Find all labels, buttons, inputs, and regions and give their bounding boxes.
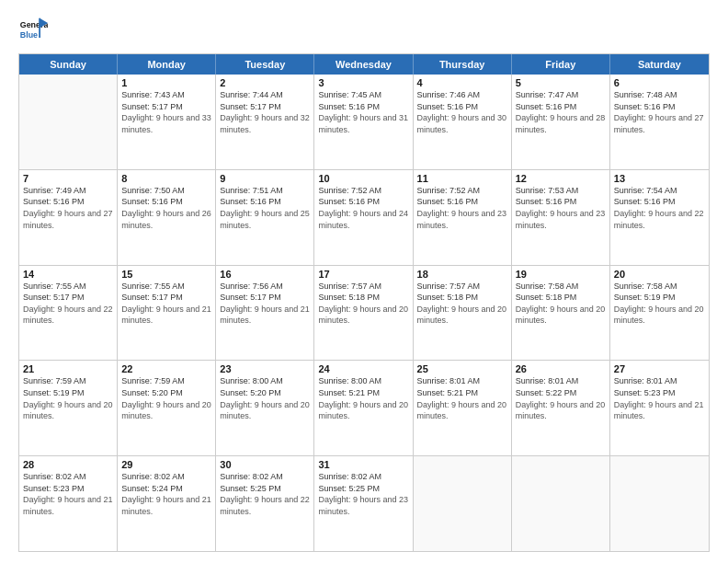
day-info: Sunrise: 7:52 AMSunset: 5:16 PMDaylight:… (417, 185, 507, 231)
calendar-cell (512, 456, 610, 551)
day-number: 3 (318, 77, 408, 88)
daylight-label: Daylight: 9 hours and 20 minutes. (318, 400, 408, 421)
header-wednesday: Wednesday (314, 54, 413, 75)
day-info: Sunrise: 7:51 AMSunset: 5:16 PMDaylight:… (220, 185, 310, 231)
calendar-row-1: 1 Sunrise: 7:43 AMSunset: 5:17 PMDayligh… (19, 75, 709, 169)
calendar-cell: 28 Sunrise: 8:02 AMSunset: 5:23 PMDaylig… (19, 456, 118, 551)
day-info: Sunrise: 7:47 AMSunset: 5:16 PMDaylight:… (516, 89, 606, 135)
calendar-cell: 20 Sunrise: 7:58 AMSunset: 5:19 PMDaylig… (610, 266, 709, 361)
day-number: 12 (516, 173, 606, 184)
daylight-label: Daylight: 9 hours and 20 minutes. (23, 400, 113, 421)
day-info: Sunrise: 8:01 AMSunset: 5:23 PMDaylight:… (614, 375, 705, 421)
day-number: 21 (23, 363, 113, 374)
daylight-label: Daylight: 9 hours and 23 minutes. (318, 495, 408, 516)
calendar: Sunday Monday Tuesday Wednesday Thursday… (18, 53, 710, 552)
daylight-label: Daylight: 9 hours and 22 minutes. (614, 209, 704, 230)
header: General Blue (18, 17, 710, 46)
daylight-label: Daylight: 9 hours and 28 minutes. (516, 113, 606, 134)
calendar-cell: 4 Sunrise: 7:46 AMSunset: 5:16 PMDayligh… (414, 75, 512, 169)
daylight-label: Daylight: 9 hours and 20 minutes. (318, 304, 408, 326)
day-info: Sunrise: 7:44 AMSunset: 5:17 PMDaylight:… (220, 89, 310, 135)
day-number: 23 (220, 363, 310, 374)
calendar-cell (610, 456, 709, 551)
daylight-label: Daylight: 9 hours and 25 minutes. (220, 209, 310, 230)
day-info: Sunrise: 7:56 AMSunset: 5:17 PMDaylight:… (220, 281, 310, 327)
daylight-label: Daylight: 9 hours and 33 minutes. (121, 113, 211, 134)
calendar-cell: 25 Sunrise: 8:01 AMSunset: 5:21 PMDaylig… (414, 361, 512, 455)
daylight-label: Daylight: 9 hours and 21 minutes. (614, 400, 704, 421)
day-number: 13 (614, 173, 705, 184)
daylight-label: Daylight: 9 hours and 22 minutes. (23, 304, 113, 326)
daylight-label: Daylight: 9 hours and 24 minutes. (318, 209, 408, 230)
daylight-label: Daylight: 9 hours and 20 minutes. (516, 304, 606, 326)
day-number: 7 (23, 173, 113, 184)
day-info: Sunrise: 8:01 AMSunset: 5:21 PMDaylight:… (417, 375, 507, 421)
day-number: 6 (614, 77, 705, 88)
day-number: 22 (121, 363, 211, 374)
day-info: Sunrise: 7:58 AMSunset: 5:19 PMDaylight:… (614, 281, 705, 327)
calendar-cell: 10 Sunrise: 7:52 AMSunset: 5:16 PMDaylig… (314, 170, 413, 265)
page: General Blue Sunday Monday Tuesday Wedne… (0, 0, 728, 563)
header-thursday: Thursday (414, 54, 512, 75)
day-number: 9 (220, 173, 310, 184)
daylight-label: Daylight: 9 hours and 27 minutes. (614, 113, 704, 134)
daylight-label: Daylight: 9 hours and 21 minutes. (121, 495, 211, 516)
calendar-cell: 9 Sunrise: 7:51 AMSunset: 5:16 PMDayligh… (216, 170, 314, 265)
day-number: 27 (614, 363, 705, 374)
day-info: Sunrise: 7:45 AMSunset: 5:16 PMDaylight:… (318, 89, 408, 135)
calendar-cell: 5 Sunrise: 7:47 AMSunset: 5:16 PMDayligh… (512, 75, 610, 169)
daylight-label: Daylight: 9 hours and 22 minutes. (220, 495, 310, 516)
calendar-cell: 26 Sunrise: 8:01 AMSunset: 5:22 PMDaylig… (512, 361, 610, 455)
calendar-cell: 29 Sunrise: 8:02 AMSunset: 5:24 PMDaylig… (118, 456, 216, 551)
daylight-label: Daylight: 9 hours and 23 minutes. (516, 209, 606, 230)
day-info: Sunrise: 8:02 AMSunset: 5:25 PMDaylight:… (318, 471, 408, 517)
logo: General Blue (18, 17, 48, 46)
day-info: Sunrise: 8:02 AMSunset: 5:24 PMDaylight:… (121, 471, 211, 517)
daylight-label: Daylight: 9 hours and 20 minutes. (220, 400, 310, 421)
daylight-label: Daylight: 9 hours and 20 minutes. (516, 400, 606, 421)
day-info: Sunrise: 7:55 AMSunset: 5:17 PMDaylight:… (121, 281, 211, 327)
day-number: 17 (318, 269, 408, 280)
day-number: 24 (318, 363, 408, 374)
day-info: Sunrise: 7:43 AMSunset: 5:17 PMDaylight:… (121, 89, 211, 135)
calendar-cell: 27 Sunrise: 8:01 AMSunset: 5:23 PMDaylig… (610, 361, 709, 455)
logo-icon: General Blue (18, 17, 48, 46)
day-number: 18 (417, 269, 507, 280)
day-info: Sunrise: 7:54 AMSunset: 5:16 PMDaylight:… (614, 185, 705, 231)
day-info: Sunrise: 7:59 AMSunset: 5:20 PMDaylight:… (121, 375, 211, 421)
day-number: 28 (23, 459, 113, 470)
day-number: 19 (516, 269, 606, 280)
header-monday: Monday (118, 54, 216, 75)
day-number: 16 (220, 269, 310, 280)
calendar-cell: 30 Sunrise: 8:02 AMSunset: 5:25 PMDaylig… (216, 456, 314, 551)
calendar-cell: 18 Sunrise: 7:57 AMSunset: 5:18 PMDaylig… (414, 266, 512, 361)
day-info: Sunrise: 8:01 AMSunset: 5:22 PMDaylight:… (516, 375, 606, 421)
day-info: Sunrise: 7:57 AMSunset: 5:18 PMDaylight:… (318, 281, 408, 327)
header-saturday: Saturday (610, 54, 709, 75)
daylight-label: Daylight: 9 hours and 21 minutes. (121, 304, 211, 326)
day-info: Sunrise: 7:57 AMSunset: 5:18 PMDaylight:… (417, 281, 507, 327)
daylight-label: Daylight: 9 hours and 32 minutes. (220, 113, 310, 134)
calendar-header: Sunday Monday Tuesday Wednesday Thursday… (19, 54, 709, 75)
calendar-cell: 22 Sunrise: 7:59 AMSunset: 5:20 PMDaylig… (118, 361, 216, 455)
daylight-label: Daylight: 9 hours and 26 minutes. (121, 209, 211, 230)
header-tuesday: Tuesday (216, 54, 314, 75)
day-info: Sunrise: 7:58 AMSunset: 5:18 PMDaylight:… (516, 281, 606, 327)
calendar-cell: 12 Sunrise: 7:53 AMSunset: 5:16 PMDaylig… (512, 170, 610, 265)
calendar-cell: 31 Sunrise: 8:02 AMSunset: 5:25 PMDaylig… (314, 456, 413, 551)
day-info: Sunrise: 7:52 AMSunset: 5:16 PMDaylight:… (318, 185, 408, 231)
svg-text:Blue: Blue (20, 30, 38, 40)
calendar-cell (414, 456, 512, 551)
calendar-cell: 13 Sunrise: 7:54 AMSunset: 5:16 PMDaylig… (610, 170, 709, 265)
day-info: Sunrise: 8:00 AMSunset: 5:21 PMDaylight:… (318, 375, 408, 421)
calendar-cell: 6 Sunrise: 7:48 AMSunset: 5:16 PMDayligh… (610, 75, 709, 169)
header-sunday: Sunday (19, 54, 118, 75)
daylight-label: Daylight: 9 hours and 21 minutes. (23, 495, 113, 516)
day-number: 15 (121, 269, 211, 280)
day-number: 4 (417, 77, 507, 88)
day-number: 29 (121, 459, 211, 470)
calendar-row-2: 7 Sunrise: 7:49 AMSunset: 5:16 PMDayligh… (19, 169, 709, 265)
daylight-label: Daylight: 9 hours and 30 minutes. (417, 113, 507, 134)
day-number: 10 (318, 173, 408, 184)
daylight-label: Daylight: 9 hours and 20 minutes. (417, 304, 507, 326)
